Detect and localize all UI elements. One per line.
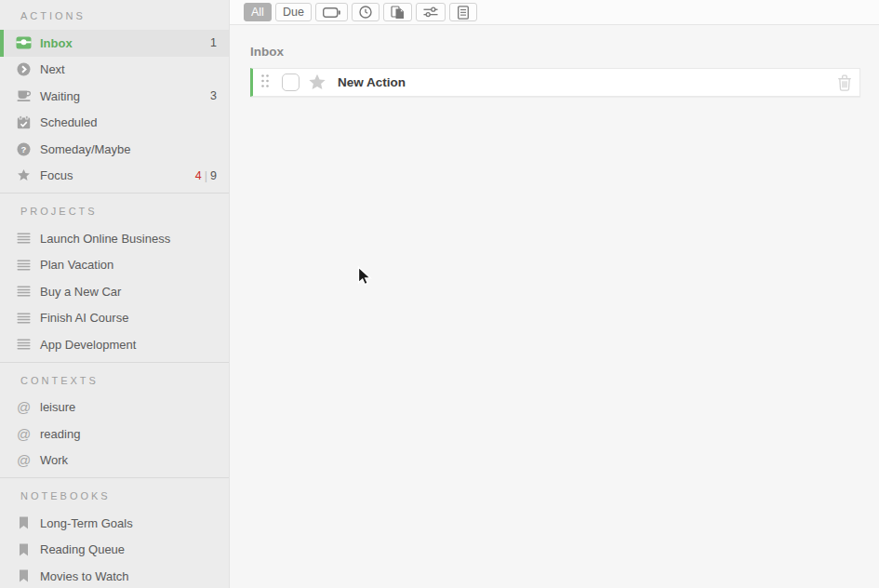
notebook-bookmark-icon: [15, 541, 33, 557]
section-header-notebooks: NOTEBOOKS: [20, 486, 229, 506]
sidebar-item-project-plan-vacation[interactable]: Plan Vacation: [0, 252, 229, 279]
sidebar-item-notebook-long-term-goals[interactable]: Long-Term Goals: [0, 510, 229, 537]
sidebar-item-label: Work: [40, 453, 68, 467]
inbox-count: 1: [210, 36, 217, 49]
notebook-bookmark-icon: [15, 568, 33, 584]
sidebar-item-project-app-development[interactable]: App Development: [0, 331, 229, 358]
sidebar-item-context-reading[interactable]: @ reading: [0, 421, 229, 448]
sidebar-item-scheduled[interactable]: Scheduled: [0, 110, 229, 137]
sidebar-item-context-leisure[interactable]: @ leisure: [0, 394, 229, 421]
sidebar-item-project-buy-a-new-car[interactable]: Buy a New Car: [0, 278, 229, 305]
sidebar-item-label: Someday/Maybe: [40, 142, 131, 156]
list-title: Inbox: [250, 46, 860, 59]
filter-settings-button[interactable]: [416, 3, 446, 21]
someday-icon: ?: [15, 141, 33, 157]
sidebar-section-contexts: CONTEXTS @ leisure @ reading @ Work: [0, 363, 229, 479]
context-at-icon: @: [15, 426, 33, 442]
project-list-icon: [15, 257, 33, 273]
sidebar-item-label: reading: [40, 427, 80, 441]
document-icon: [457, 6, 470, 20]
section-header-projects: PROJECTS: [20, 201, 229, 221]
sidebar-item-project-launch-online-business[interactable]: Launch Online Business: [0, 225, 229, 252]
project-list-icon: [15, 310, 33, 326]
sidebar-item-label: Buy a New Car: [40, 285, 121, 299]
sidebar-item-focus[interactable]: Focus 4|9: [0, 163, 229, 190]
sidebar-item-inbox[interactable]: Inbox 1: [0, 30, 229, 57]
sidebar-item-context-work[interactable]: @ Work: [0, 448, 229, 474]
app-window: ACTIONS Inbox 1 Next Waiting 3: [0, 0, 879, 588]
sidebar-item-next[interactable]: Next: [0, 57, 229, 84]
context-at-icon: @: [15, 452, 33, 468]
project-list-icon: [15, 284, 33, 300]
next-icon: [15, 61, 33, 77]
notes-button[interactable]: [449, 3, 477, 21]
drag-handle-icon[interactable]: [260, 74, 270, 92]
section-header-contexts: CONTEXTS: [20, 370, 229, 391]
sidebar-item-label: Inbox: [40, 36, 73, 50]
sidebar-item-someday[interactable]: ? Someday/Maybe: [0, 136, 229, 163]
sidebar-item-label: Scheduled: [40, 115, 97, 129]
star-icon[interactable]: [308, 74, 326, 91]
project-list-icon: [15, 231, 33, 247]
battery-icon: [323, 7, 340, 18]
sidebar-item-label: Reading Queue: [40, 542, 125, 556]
sidebar-item-label: Waiting: [40, 89, 80, 103]
focus-count: 4|9: [195, 169, 217, 182]
focus-due-count: 4: [195, 169, 202, 182]
sidebar-section-notebooks: NOTEBOOKS Long-Term Goals Reading Queue …: [0, 478, 229, 588]
sidebar-item-label: Plan Vacation: [40, 258, 113, 272]
sidebar-section-projects: PROJECTS Launch Online Business Plan Vac…: [0, 194, 229, 363]
sidebar-item-label: App Development: [40, 338, 136, 352]
inbox-icon: [15, 35, 33, 51]
sidebar-item-notebook-reading-queue[interactable]: Reading Queue: [0, 537, 229, 564]
filter-all-button[interactable]: All: [244, 3, 272, 21]
sidebar-item-label: Movies to Watch: [40, 569, 129, 583]
filter-due-button[interactable]: Due: [275, 3, 312, 21]
context-at-icon: @: [15, 399, 33, 415]
sidebar-item-label: Launch Online Business: [40, 232, 170, 246]
sliders-icon: [423, 6, 438, 19]
svg-text:?: ?: [21, 144, 27, 154]
sidebar-item-label: Finish AI Course: [40, 311, 128, 325]
focus-total-count: 9: [210, 169, 217, 182]
trash-icon[interactable]: [837, 74, 852, 91]
copy-icon: [391, 6, 405, 20]
sidebar-item-label: leisure: [40, 400, 75, 414]
waiting-count: 3: [210, 89, 217, 102]
project-list-icon: [15, 337, 33, 353]
action-title: New Action: [338, 75, 406, 89]
sidebar-item-label: Focus: [40, 168, 73, 182]
waiting-icon: [15, 88, 33, 104]
sidebar-section-actions: ACTIONS Inbox 1 Next Waiting 3: [0, 0, 229, 194]
main-panel: All Due: [230, 0, 879, 588]
clock-icon: [359, 6, 372, 19]
count-separator: |: [202, 169, 210, 182]
list-view: Inbox New Action: [230, 25, 879, 588]
energy-filter-button[interactable]: [315, 3, 348, 21]
scheduled-icon: [15, 114, 33, 130]
sidebar-item-label: Next: [40, 62, 65, 76]
sidebar-item-waiting[interactable]: Waiting 3: [0, 83, 229, 110]
action-row[interactable]: New Action: [250, 68, 860, 97]
sidebar: ACTIONS Inbox 1 Next Waiting 3: [0, 0, 230, 588]
time-filter-button[interactable]: [352, 3, 380, 21]
focus-star-icon: [15, 167, 33, 183]
sidebar-item-label: Long-Term Goals: [40, 516, 133, 530]
filter-toolbar: All Due: [230, 0, 879, 25]
section-header-actions: ACTIONS: [20, 6, 229, 26]
action-checkbox[interactable]: [282, 74, 300, 91]
sidebar-item-project-finish-ai-course[interactable]: Finish AI Course: [0, 305, 229, 332]
sidebar-item-notebook-movies-to-watch[interactable]: Movies to Watch: [0, 563, 229, 588]
copy-button[interactable]: [383, 3, 412, 21]
notebook-bookmark-icon: [15, 515, 33, 531]
